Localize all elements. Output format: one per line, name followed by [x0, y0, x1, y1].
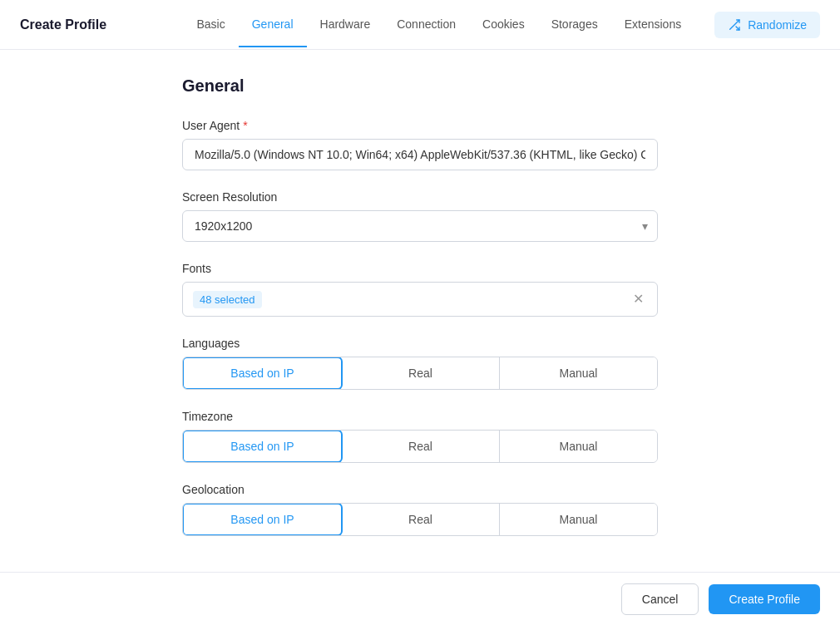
user-agent-input[interactable] [182, 139, 658, 170]
languages-toggle-group: Based on IP Real Manual [182, 357, 658, 390]
screen-resolution-select[interactable]: 1920x1200 1920x1080 1440x900 1366x768 25… [182, 210, 658, 242]
footer-bar: Cancel Create Profile [0, 572, 840, 625]
tab-basic[interactable]: Basic [183, 2, 238, 47]
tab-cookies[interactable]: Cookies [469, 2, 538, 47]
timezone-real-button[interactable]: Real [342, 431, 500, 462]
languages-real-button[interactable]: Real [342, 357, 500, 389]
tab-general[interactable]: General [239, 2, 307, 47]
cancel-button[interactable]: Cancel [621, 583, 699, 615]
languages-based-on-ip-button[interactable]: Based on IP [182, 357, 343, 390]
tab-extensions[interactable]: Extensions [611, 2, 694, 47]
section-title: General [182, 76, 658, 96]
screen-resolution-group: Screen Resolution 1920x1200 1920x1080 14… [182, 190, 658, 242]
user-agent-group: User Agent * [182, 119, 658, 170]
randomize-icon [728, 18, 741, 32]
create-profile-button[interactable]: Create Profile [709, 584, 820, 614]
fonts-badge: 48 selected [193, 291, 262, 308]
screen-resolution-wrapper: 1920x1200 1920x1080 1440x900 1366x768 25… [182, 210, 658, 242]
main-content: General User Agent * Screen Resolution 1… [0, 50, 840, 572]
geolocation-manual-button[interactable]: Manual [500, 504, 657, 535]
fonts-clear-button[interactable]: ✕ [630, 293, 647, 306]
tab-storages[interactable]: Storages [538, 2, 611, 47]
app-title: Create Profile [20, 17, 106, 32]
geolocation-real-button[interactable]: Real [342, 504, 500, 535]
screen-resolution-label: Screen Resolution [182, 190, 658, 204]
languages-label: Languages [182, 337, 658, 350]
user-agent-label: User Agent * [182, 119, 658, 132]
geolocation-label: Geolocation [182, 483, 658, 496]
timezone-based-on-ip-button[interactable]: Based on IP [182, 430, 343, 463]
geolocation-based-on-ip-button[interactable]: Based on IP [182, 503, 343, 536]
fonts-label: Fonts [182, 262, 658, 275]
timezone-group: Timezone Based on IP Real Manual [182, 410, 658, 463]
timezone-toggle-group: Based on IP Real Manual [182, 430, 658, 463]
timezone-label: Timezone [182, 410, 658, 423]
timezone-manual-button[interactable]: Manual [500, 431, 657, 462]
geolocation-group: Geolocation Based on IP Real Manual [182, 483, 658, 536]
fonts-group: Fonts 48 selected ✕ [182, 262, 658, 317]
languages-group: Languages Based on IP Real Manual [182, 337, 658, 390]
tab-connection[interactable]: Connection [383, 2, 469, 47]
languages-manual-button[interactable]: Manual [500, 357, 657, 389]
tab-hardware[interactable]: Hardware [307, 2, 384, 47]
top-bar: Create Profile Basic General Hardware Co… [0, 0, 840, 50]
nav-tabs: Basic General Hardware Connection Cookie… [183, 2, 694, 47]
fonts-field[interactable]: 48 selected ✕ [182, 282, 658, 317]
required-star: * [243, 119, 247, 132]
geolocation-toggle-group: Based on IP Real Manual [182, 503, 658, 536]
randomize-button[interactable]: Randomize [714, 12, 820, 38]
form-container: General User Agent * Screen Resolution 1… [162, 76, 678, 536]
randomize-label: Randomize [748, 18, 807, 32]
